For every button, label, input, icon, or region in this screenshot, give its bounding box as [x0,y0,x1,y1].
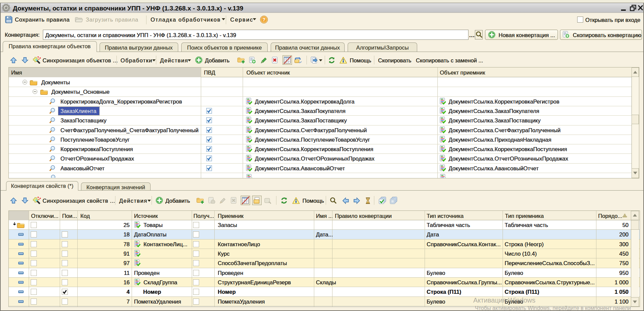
svg-text:?: ? [262,17,265,22]
